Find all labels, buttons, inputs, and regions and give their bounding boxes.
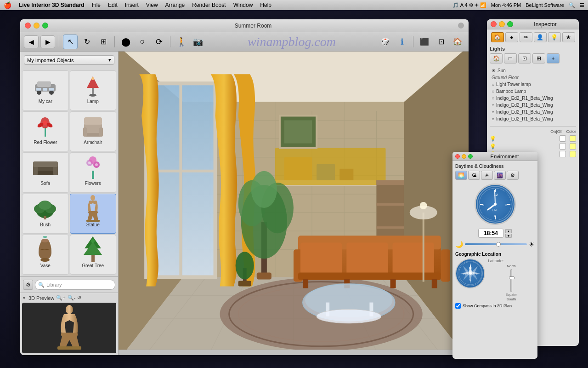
inspector-close[interactable] bbox=[491, 21, 497, 27]
back-button[interactable]: ◀ bbox=[24, 35, 39, 48]
inspector-house-btn[interactable]: 🏠 bbox=[491, 32, 504, 42]
menu-help[interactable]: Help bbox=[260, 2, 271, 8]
compass-inner: N S E W bbox=[458, 261, 483, 286]
indigo-wing-3[interactable]: ○ Indigo_Ed2_R1_Beta_Wing bbox=[490, 109, 576, 115]
zoom-out-btn[interactable]: 🔍- bbox=[68, 295, 76, 301]
indigo-wing-4[interactable]: ○ Indigo_Ed2_R1_Beta_Wing bbox=[490, 115, 576, 122]
search-box[interactable]: 🔍 Library bbox=[35, 280, 115, 290]
object-item-flowers[interactable]: Flowers bbox=[70, 152, 117, 192]
record-btn[interactable]: ⬤ bbox=[119, 34, 133, 49]
light-btn-3[interactable]: ⊡ bbox=[518, 53, 531, 63]
time-input[interactable] bbox=[478, 229, 503, 238]
time-down-btn[interactable]: ▼ bbox=[505, 234, 512, 238]
gear-button[interactable]: ⚙ bbox=[23, 280, 33, 290]
window-collapse-button[interactable] bbox=[458, 23, 464, 29]
menu-edit[interactable]: Edit bbox=[108, 2, 118, 8]
inspector-star-btn[interactable]: ★ bbox=[562, 32, 575, 42]
object-item-bush[interactable]: Bush bbox=[22, 194, 69, 234]
home-btn[interactable]: 🏠 bbox=[450, 34, 465, 49]
env-custom-btn[interactable]: ⚙ bbox=[507, 171, 519, 180]
toolbar-separator-1 bbox=[59, 36, 59, 47]
menu-file[interactable]: File bbox=[92, 2, 101, 8]
env-close[interactable] bbox=[455, 154, 460, 159]
inspector-minimize[interactable] bbox=[499, 21, 505, 27]
control-icon[interactable]: ☰ bbox=[580, 2, 584, 8]
horizontal-scrollbar[interactable] bbox=[119, 350, 469, 355]
apple-menu[interactable]: 🍎 bbox=[4, 1, 11, 9]
imported-objects-dropdown[interactable]: My Imported Objects ▾ bbox=[24, 55, 114, 65]
clock-display: Mon 4:46 PM bbox=[491, 2, 521, 8]
object-item-great-tree[interactable]: Great Tree bbox=[70, 235, 117, 275]
color-swatch-3[interactable] bbox=[570, 151, 576, 157]
select-tool[interactable]: ↖ bbox=[63, 34, 78, 49]
3d-view-btn[interactable]: ⊡ bbox=[434, 34, 448, 49]
circle-tool[interactable]: ○ bbox=[135, 34, 150, 49]
menu-arrange[interactable]: Arrange bbox=[165, 2, 185, 8]
search-icon[interactable]: 🔍 bbox=[569, 2, 575, 8]
object-item-armchair[interactable]: Armchair bbox=[70, 111, 117, 151]
inspector-person-btn[interactable]: 👤 bbox=[534, 32, 547, 42]
latitude-slider[interactable] bbox=[510, 269, 512, 292]
object-item-lamp[interactable]: Lamp bbox=[70, 70, 117, 110]
menu-window[interactable]: Window bbox=[233, 2, 253, 8]
info-tool[interactable]: ℹ bbox=[395, 34, 409, 49]
color-swatch-1[interactable] bbox=[570, 135, 576, 142]
refresh-preview-btn[interactable]: ↺ bbox=[77, 295, 81, 301]
latitude-thumb[interactable] bbox=[509, 276, 514, 279]
env-icons-row: 🌅 🌤 ☀ 🌆 ⚙ bbox=[455, 171, 535, 180]
object-item-statue[interactable]: Statue bbox=[70, 194, 117, 234]
light-add-btn[interactable]: + bbox=[547, 53, 560, 63]
search-placeholder: Library bbox=[46, 282, 62, 288]
env-maximize[interactable] bbox=[468, 154, 473, 159]
light-btn-4[interactable]: ⊞ bbox=[532, 53, 545, 63]
object-item-my-car[interactable]: My car bbox=[22, 70, 69, 110]
object-item-sofa[interactable]: Sofa bbox=[22, 152, 69, 192]
sun-item[interactable]: ☀ Sun bbox=[490, 67, 576, 74]
env-noon-btn[interactable]: ☀ bbox=[481, 171, 493, 180]
on-off-checkbox-2[interactable] bbox=[560, 143, 566, 150]
svg-rect-39 bbox=[86, 220, 100, 222]
forward-button[interactable]: ▶ bbox=[40, 35, 55, 48]
indigo-wing-1[interactable]: ○ Indigo_Ed2_R1_Beta_Wing bbox=[490, 95, 576, 102]
preview-toggle[interactable]: ▼ bbox=[22, 296, 27, 300]
light-btn-1[interactable]: 🏠 bbox=[490, 53, 503, 63]
refresh-tool[interactable]: ⟳ bbox=[152, 34, 166, 49]
light-btn-2[interactable]: □ bbox=[504, 53, 517, 63]
light-tower-lamp[interactable]: ○ Light Tower lamp bbox=[490, 81, 576, 88]
3d-cube-tool[interactable]: 🎲 bbox=[378, 34, 393, 49]
close-button[interactable] bbox=[25, 23, 31, 29]
snap-tool[interactable]: ⊞ bbox=[96, 34, 111, 49]
svg-point-43 bbox=[43, 236, 47, 238]
menu-render[interactable]: Render Boost bbox=[192, 2, 226, 8]
zoom-in-btn[interactable]: 🔍+ bbox=[56, 295, 65, 301]
rotate-tool[interactable]: ↻ bbox=[79, 34, 94, 49]
bamboo-lamp[interactable]: ○ Bamboo Lamp bbox=[490, 88, 576, 95]
object-item-red-flower[interactable]: Red Flower bbox=[22, 111, 69, 151]
brightness-slider[interactable] bbox=[465, 243, 527, 245]
object-item-vase[interactable]: Vase bbox=[22, 235, 69, 275]
on-off-checkbox-1[interactable] bbox=[560, 135, 566, 142]
indigo-wing-2[interactable]: ○ Indigo_Ed2_R1_Beta_Wing bbox=[490, 102, 576, 109]
env-morning-btn[interactable]: 🌤 bbox=[468, 171, 480, 180]
inspector-maximize[interactable] bbox=[507, 21, 513, 27]
inspector-circle-btn[interactable]: ● bbox=[505, 32, 518, 42]
color-swatch-2[interactable] bbox=[570, 143, 576, 150]
on-off-checkbox-3[interactable] bbox=[560, 151, 566, 157]
menu-view[interactable]: View bbox=[146, 2, 158, 8]
env-minimize[interactable] bbox=[462, 154, 466, 159]
bamboo-lamp-label: Bamboo Lamp bbox=[496, 89, 526, 94]
env-dawn-btn[interactable]: 🌅 bbox=[455, 171, 467, 180]
maximize-button[interactable] bbox=[42, 23, 48, 29]
person-tool[interactable]: 🚶 bbox=[174, 34, 189, 49]
env-dusk-btn[interactable]: 🌆 bbox=[494, 171, 506, 180]
inspector-bulb-btn[interactable]: 💡 bbox=[548, 32, 561, 42]
brightness-thumb[interactable] bbox=[496, 242, 501, 247]
camera-tool[interactable]: 📷 bbox=[191, 34, 205, 49]
menu-insert[interactable]: Insert bbox=[125, 2, 139, 8]
show-compass-checkbox[interactable] bbox=[455, 303, 461, 309]
time-up-btn[interactable]: ▲ bbox=[505, 229, 512, 233]
inspector-pencil-btn[interactable]: ✏ bbox=[520, 32, 532, 42]
preview-header: ▼ 3D Preview 🔍+ 🔍- ↺ bbox=[22, 295, 116, 301]
floor-plan-btn[interactable]: ⬛ bbox=[417, 34, 432, 49]
minimize-button[interactable] bbox=[34, 23, 40, 29]
